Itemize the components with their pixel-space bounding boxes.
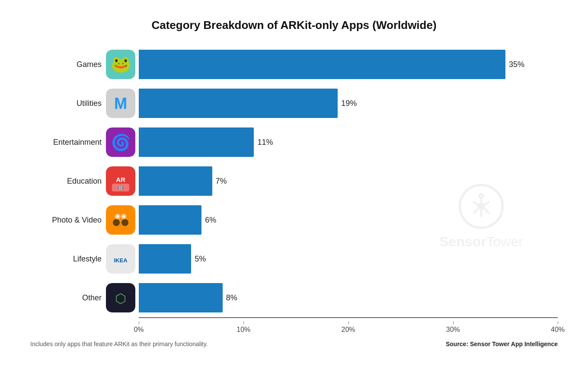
x-tick-line-3 <box>453 322 454 324</box>
x-tick-2: 20% <box>348 322 453 334</box>
bar-track-photo: 6% <box>139 205 558 235</box>
category-label-entertainment: Entertainment <box>30 138 106 147</box>
chart-container: Category Breakdown of ARKit-only Apps (W… <box>13 6 575 373</box>
bar-value-photo: 6% <box>205 216 216 225</box>
svg-text:⬡: ⬡ <box>115 291 126 306</box>
bar-fill-photo <box>139 205 201 235</box>
bar-fill-games <box>139 50 505 79</box>
bar-fill-lifestyle <box>139 244 191 274</box>
bar-fill-entertainment <box>139 127 254 157</box>
x-tick-label-2: 20% <box>341 326 355 334</box>
icon-education: AR🤖 <box>106 166 135 196</box>
bar-value-utilities: 19% <box>341 99 357 108</box>
footer-note: Includes only apps that feature ARKit as… <box>30 341 208 347</box>
svg-point-20 <box>113 219 120 226</box>
icon-entertainment: 🌀 <box>106 127 135 157</box>
x-tick-1: 10% <box>243 322 348 334</box>
x-tick-label-0: 0% <box>134 326 144 334</box>
category-label-lifestyle: Lifestyle <box>30 255 106 264</box>
x-tick-line-4 <box>558 322 558 324</box>
x-tick-line-0 <box>139 322 139 324</box>
bar-fill-other <box>139 283 223 312</box>
bar-fill-utilities <box>139 89 338 118</box>
bar-track-education: 7% <box>139 166 558 196</box>
bar-value-education: 7% <box>216 177 227 186</box>
bar-track-other: 8% <box>139 283 558 312</box>
svg-text:◉◉: ◉◉ <box>115 212 127 220</box>
icon-photo: ◉◉ <box>106 205 135 235</box>
category-label-games: Games <box>30 60 106 69</box>
x-tick-3: 30% <box>453 322 558 334</box>
bar-value-other: 8% <box>226 293 237 303</box>
bar-track-lifestyle: 5% <box>139 244 558 274</box>
bar-row-other: Other⬡8% <box>30 278 558 317</box>
svg-text:🌀: 🌀 <box>111 133 131 152</box>
svg-text:IKEA: IKEA <box>114 257 128 264</box>
x-axis: 0%10%20%30%40% <box>139 317 558 334</box>
icon-games: 🐸 <box>106 50 135 79</box>
category-label-other: Other <box>30 293 106 303</box>
svg-rect-19 <box>106 205 135 235</box>
bar-row-education: EducationAR🤖7% <box>30 162 558 201</box>
svg-point-21 <box>121 219 128 226</box>
svg-text:AR: AR <box>116 176 125 183</box>
bar-value-entertainment: 11% <box>257 138 273 147</box>
bar-row-entertainment: Entertainment🌀11% <box>30 123 558 162</box>
footer: Includes only apps that feature ARKit as… <box>30 341 558 347</box>
category-label-utilities: Utilities <box>30 99 106 108</box>
x-tick-line-2 <box>348 322 349 324</box>
chart-area: SensorTower Games🐸35%UtilitiesM19%Entert… <box>30 45 558 334</box>
svg-text:M: M <box>114 95 127 112</box>
bar-value-games: 35% <box>509 60 524 69</box>
svg-text:🤖: 🤖 <box>118 184 124 190</box>
svg-text:🐸: 🐸 <box>111 54 131 74</box>
icon-lifestyle: IKEA <box>106 244 135 274</box>
category-label-photo: Photo & Video <box>30 216 106 225</box>
chart-title: Category Breakdown of ARKit-only Apps (W… <box>30 19 558 32</box>
bar-row-utilities: UtilitiesM19% <box>30 84 558 123</box>
x-tick-0: 0% <box>139 322 243 334</box>
bars-container: Games🐸35%UtilitiesM19%Entertainment🌀11%E… <box>30 45 558 317</box>
bar-fill-education <box>139 166 212 196</box>
bar-track-utilities: 19% <box>139 89 558 118</box>
x-tick-label-4: 40% <box>551 326 565 334</box>
category-label-education: Education <box>30 177 106 186</box>
icon-other: ⬡ <box>106 283 135 312</box>
bar-value-lifestyle: 5% <box>195 255 206 264</box>
bar-row-lifestyle: LifestyleIKEA5% <box>30 239 558 278</box>
bar-track-games: 35% <box>139 50 558 79</box>
icon-utilities: M <box>106 89 135 118</box>
x-tick-label-3: 30% <box>446 326 460 334</box>
x-tick-line-1 <box>243 322 244 324</box>
bar-row-games: Games🐸35% <box>30 45 558 84</box>
bar-track-entertainment: 11% <box>139 127 558 157</box>
bar-row-photo: Photo & Video◉◉6% <box>30 201 558 239</box>
x-tick-label-1: 10% <box>236 326 250 334</box>
footer-source: Source: Sensor Tower App Intelligence <box>446 341 558 347</box>
